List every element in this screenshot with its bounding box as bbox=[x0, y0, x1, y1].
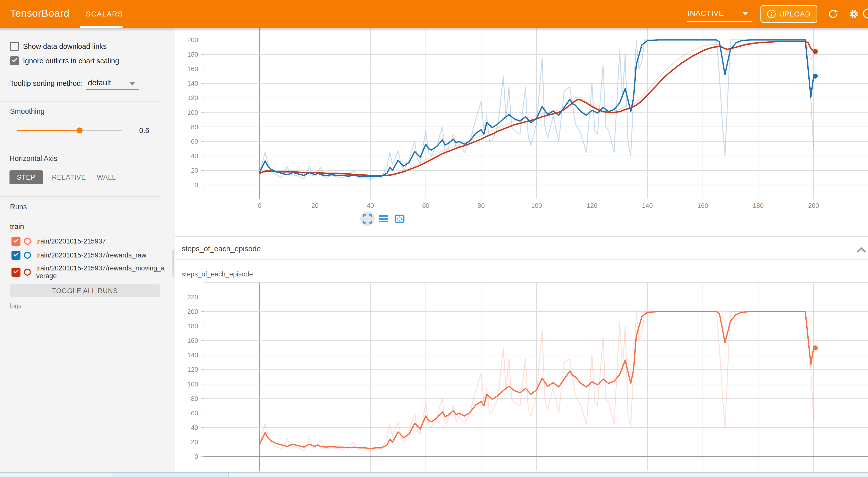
rewards-scalar-chart[interactable]: 0204060801001201401601802000204060801001… bbox=[175, 28, 868, 213]
svg-text:200: 200 bbox=[187, 36, 198, 44]
run-color-circle[interactable] bbox=[24, 238, 31, 245]
svg-text:60: 60 bbox=[422, 202, 430, 209]
run-filter-underline bbox=[10, 231, 160, 231]
axis-wall-button[interactable]: WALL bbox=[97, 170, 116, 184]
run-color-circle[interactable] bbox=[24, 269, 31, 276]
run-label-rewards-raw: train/20201015-215937/rewards_raw bbox=[36, 252, 165, 259]
run-filter-input[interactable]: train bbox=[10, 222, 24, 231]
sidebar-scrollbar[interactable] bbox=[173, 250, 174, 277]
svg-text:60: 60 bbox=[191, 138, 198, 145]
chart-card-title: steps_of_each_episode bbox=[182, 271, 253, 278]
horizontal-scrollbar[interactable] bbox=[0, 473, 868, 477]
svg-text:200: 200 bbox=[187, 308, 198, 315]
section-title: steps_of_each_episode bbox=[182, 245, 261, 253]
horizontal-scrollbar-thumb[interactable] bbox=[113, 473, 228, 477]
smoothing-label: Smoothing bbox=[10, 107, 45, 116]
upload-button-label: UPLOAD bbox=[779, 10, 810, 18]
run-checkbox-rewards-raw[interactable] bbox=[11, 251, 21, 260]
svg-text:0: 0 bbox=[258, 202, 261, 209]
refresh-icon[interactable] bbox=[828, 9, 838, 19]
svg-text:140: 140 bbox=[187, 351, 198, 359]
tooltip-sort-label: Tooltip sorting method: bbox=[10, 79, 83, 88]
run-label-rewards-moving-average: train/20201015-215937/rewards_moving_ave… bbox=[36, 264, 165, 280]
svg-text:180: 180 bbox=[187, 51, 198, 58]
svg-text:20: 20 bbox=[191, 167, 198, 174]
divider bbox=[0, 101, 160, 101]
expand-icon[interactable] bbox=[362, 214, 372, 224]
divider bbox=[0, 196, 160, 197]
help-icon[interactable] bbox=[863, 8, 868, 20]
svg-text:80: 80 bbox=[191, 395, 198, 403]
svg-text:180: 180 bbox=[187, 322, 198, 330]
smoothing-slider-fill bbox=[17, 130, 80, 131]
svg-text:60: 60 bbox=[191, 409, 198, 417]
svg-text:140: 140 bbox=[642, 202, 653, 209]
status-dropdown[interactable]: INACTIVE bbox=[688, 9, 724, 18]
svg-text:140: 140 bbox=[187, 80, 198, 87]
svg-text:160: 160 bbox=[187, 337, 198, 344]
show-download-links-label: Show data download links bbox=[23, 42, 106, 51]
svg-text:120: 120 bbox=[187, 94, 198, 101]
svg-text:40: 40 bbox=[191, 424, 198, 431]
tooltip-sort-caret-icon[interactable] bbox=[130, 82, 135, 86]
caret-down-icon[interactable] bbox=[742, 12, 748, 15]
divider bbox=[0, 148, 160, 148]
ignore-outliers-label: Ignore outliers in chart scaling bbox=[23, 56, 119, 65]
svg-text:100: 100 bbox=[187, 109, 198, 116]
tooltip-sort-underline bbox=[86, 89, 139, 90]
svg-text:80: 80 bbox=[478, 202, 485, 209]
svg-text:80: 80 bbox=[191, 123, 198, 131]
run-color-circle[interactable] bbox=[24, 252, 31, 259]
svg-text:180: 180 bbox=[753, 202, 764, 209]
svg-text:20: 20 bbox=[191, 438, 198, 446]
show-download-links-checkbox[interactable] bbox=[10, 42, 19, 51]
collapse-section-icon[interactable] bbox=[857, 247, 866, 252]
svg-text:160: 160 bbox=[187, 65, 198, 73]
settings-sidebar: Show data download links Ignore outliers… bbox=[0, 28, 175, 477]
svg-text:120: 120 bbox=[587, 202, 597, 209]
tab-active-underline bbox=[80, 26, 123, 28]
svg-text:120: 120 bbox=[187, 366, 198, 373]
svg-text:220: 220 bbox=[187, 293, 198, 301]
settings-gear-icon[interactable] bbox=[849, 9, 859, 19]
svg-text:0: 0 bbox=[195, 181, 198, 189]
run-checkbox-rewards-moving-average[interactable] bbox=[11, 268, 21, 277]
runs-label: Runs bbox=[10, 202, 27, 211]
axis-relative-button[interactable]: RELATIVE bbox=[52, 170, 86, 184]
tooltip-sort-value[interactable]: default bbox=[88, 78, 111, 87]
svg-text:20: 20 bbox=[311, 202, 319, 209]
run-label-train: train/20201015-215937 bbox=[36, 237, 165, 245]
svg-text:40: 40 bbox=[367, 202, 374, 209]
run-checkbox-train[interactable] bbox=[11, 237, 21, 246]
fit-domain-icon[interactable] bbox=[395, 214, 405, 224]
svg-text:160: 160 bbox=[697, 202, 708, 209]
svg-text:100: 100 bbox=[531, 202, 542, 209]
svg-text:200: 200 bbox=[808, 202, 819, 209]
steps-scalar-chart[interactable]: 020406080100120140160180200220 bbox=[175, 279, 868, 473]
svg-text:100: 100 bbox=[187, 380, 198, 388]
smoothing-value[interactable]: 0.6 bbox=[129, 126, 159, 135]
axis-step-button[interactable]: STEP bbox=[9, 170, 43, 184]
info-icon bbox=[767, 10, 776, 18]
svg-text:40: 40 bbox=[191, 152, 198, 160]
logdir-label: logs bbox=[10, 301, 22, 310]
app-title: TensorBoard bbox=[10, 7, 69, 19]
divider bbox=[175, 236, 868, 237]
horizontal-axis-label: Horizontal Axis bbox=[9, 154, 57, 163]
divider bbox=[175, 259, 868, 260]
app-header: TensorBoard SCALARS INACTIVE UPLOAD bbox=[0, 0, 868, 28]
svg-text:0: 0 bbox=[195, 453, 198, 460]
main-content: 0204060801001201401601802000204060801001… bbox=[175, 28, 868, 477]
smoothing-slider-thumb[interactable] bbox=[76, 127, 83, 133]
tab-scalars[interactable]: SCALARS bbox=[86, 10, 123, 18]
status-dropdown-underline bbox=[687, 21, 752, 22]
smoothing-value-underline bbox=[129, 137, 159, 137]
data-lines-icon[interactable] bbox=[378, 214, 388, 224]
ignore-outliers-checkbox[interactable] bbox=[10, 56, 19, 65]
toggle-all-runs-button[interactable]: TOGGLE ALL RUNS bbox=[10, 284, 160, 297]
upload-button[interactable]: UPLOAD bbox=[761, 5, 817, 23]
